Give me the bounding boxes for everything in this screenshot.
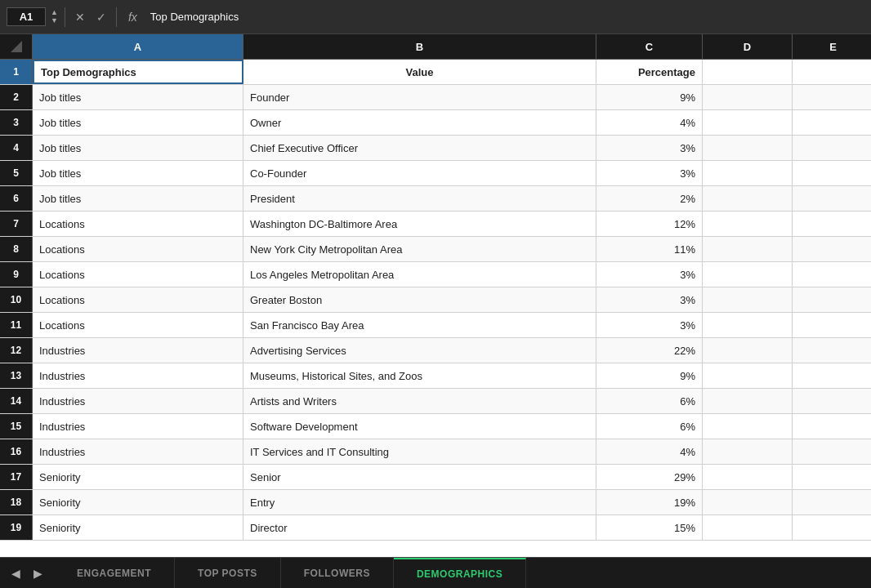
cell-e7[interactable] <box>793 212 871 236</box>
cell-a6[interactable]: Job titles <box>33 186 243 211</box>
cell-a16[interactable]: Industries <box>33 439 243 464</box>
cell-b18[interactable]: Entry <box>243 490 596 514</box>
cell-e11[interactable] <box>793 313 871 337</box>
cell-c15[interactable]: 6% <box>596 414 703 439</box>
arrow-up-icon[interactable]: ▲ <box>51 9 58 16</box>
cell-b17[interactable]: Senior <box>243 465 596 489</box>
cell-e12[interactable] <box>793 338 871 363</box>
cell-b2[interactable]: Founder <box>243 85 596 109</box>
cell-d9[interactable] <box>703 262 793 287</box>
cell-a9[interactable]: Locations <box>33 262 243 287</box>
cell-a15[interactable]: Industries <box>33 414 243 439</box>
cell-d2[interactable] <box>703 85 793 109</box>
arrow-down-icon[interactable]: ▼ <box>51 17 58 24</box>
cell-a10[interactable]: Locations <box>33 287 243 312</box>
cell-b9[interactable]: Los Angeles Metropolitan Area <box>243 262 596 287</box>
tab-top-posts[interactable]: TOP POSTS <box>175 558 281 589</box>
cell-e10[interactable] <box>793 287 871 312</box>
cell-b13[interactable]: Museums, Historical Sites, and Zoos <box>243 363 596 388</box>
cell-b5[interactable]: Co-Founder <box>243 161 596 185</box>
cell-d4[interactable] <box>703 136 793 160</box>
cell-b19[interactable]: Director <box>243 515 596 540</box>
cell-e16[interactable] <box>793 439 871 464</box>
cell-e17[interactable] <box>793 465 871 489</box>
corner-cell[interactable] <box>0 34 33 59</box>
cell-d7[interactable] <box>703 212 793 236</box>
cell-d19[interactable] <box>703 515 793 540</box>
col-header-a[interactable]: A <box>33 34 243 59</box>
cell-c13[interactable]: 9% <box>596 363 703 388</box>
col-header-b[interactable]: B <box>243 34 596 59</box>
cell-d13[interactable] <box>703 363 793 388</box>
cell-c5[interactable]: 3% <box>596 161 703 185</box>
cell-b14[interactable]: Artists and Writers <box>243 389 596 413</box>
cell-a8[interactable]: Locations <box>33 237 243 261</box>
cell-b12[interactable]: Advertising Services <box>243 338 596 363</box>
cell-c12[interactable]: 22% <box>596 338 703 363</box>
cell-c18[interactable]: 19% <box>596 490 703 514</box>
cell-reference[interactable]: A1 <box>7 7 46 26</box>
cell-a19[interactable]: Seniority <box>33 515 243 540</box>
cell-a2[interactable]: Job titles <box>33 85 243 109</box>
cell-b10[interactable]: Greater Boston <box>243 287 596 312</box>
cell-c4[interactable]: 3% <box>596 136 703 160</box>
cell-c7[interactable]: 12% <box>596 212 703 236</box>
cell-a4[interactable]: Job titles <box>33 136 243 160</box>
cell-a12[interactable]: Industries <box>33 338 243 363</box>
cell-e18[interactable] <box>793 490 871 514</box>
cell-a13[interactable]: Industries <box>33 363 243 388</box>
cell-c16[interactable]: 4% <box>596 439 703 464</box>
cell-c11[interactable]: 3% <box>596 313 703 337</box>
cell-e2[interactable] <box>793 85 871 109</box>
cell-b16[interactable]: IT Services and IT Consulting <box>243 439 596 464</box>
cell-d12[interactable] <box>703 338 793 363</box>
cell-d6[interactable] <box>703 186 793 211</box>
cell-e13[interactable] <box>793 363 871 388</box>
cell-d16[interactable] <box>703 439 793 464</box>
tab-followers[interactable]: FOLLOWERS <box>281 558 394 589</box>
cell-c14[interactable]: 6% <box>596 389 703 413</box>
cell-e8[interactable] <box>793 237 871 261</box>
cell-b1[interactable]: Value <box>243 60 596 84</box>
cell-e19[interactable] <box>793 515 871 540</box>
cell-c3[interactable]: 4% <box>596 110 703 135</box>
cell-ref-arrows[interactable]: ▲ ▼ <box>51 9 58 24</box>
cell-d17[interactable] <box>703 465 793 489</box>
col-header-d[interactable]: D <box>703 34 793 59</box>
cell-e14[interactable] <box>793 389 871 413</box>
cell-d10[interactable] <box>703 287 793 312</box>
cell-d1[interactable] <box>703 60 793 84</box>
cell-c10[interactable]: 3% <box>596 287 703 312</box>
cell-b11[interactable]: San Francisco Bay Area <box>243 313 596 337</box>
cell-c2[interactable]: 9% <box>596 85 703 109</box>
cell-a14[interactable]: Industries <box>33 389 243 413</box>
cell-e15[interactable] <box>793 414 871 439</box>
cell-c17[interactable]: 29% <box>596 465 703 489</box>
cell-a5[interactable]: Job titles <box>33 161 243 185</box>
col-header-e[interactable]: E <box>793 34 871 59</box>
cell-e9[interactable] <box>793 262 871 287</box>
cell-d5[interactable] <box>703 161 793 185</box>
cell-a3[interactable]: Job titles <box>33 110 243 135</box>
cell-e6[interactable] <box>793 186 871 211</box>
cell-c19[interactable]: 15% <box>596 515 703 540</box>
cell-d11[interactable] <box>703 313 793 337</box>
cell-e1[interactable] <box>793 60 871 84</box>
cell-d3[interactable] <box>703 110 793 135</box>
cell-d8[interactable] <box>703 237 793 261</box>
cell-e4[interactable] <box>793 136 871 160</box>
cell-a1[interactable]: Top Demographics <box>33 60 243 84</box>
cell-a7[interactable]: Locations <box>33 212 243 236</box>
cell-e5[interactable] <box>793 161 871 185</box>
cell-d14[interactable] <box>703 389 793 413</box>
cell-a18[interactable]: Seniority <box>33 490 243 514</box>
formula-content[interactable]: Top Demographics <box>147 11 864 23</box>
cell-d15[interactable] <box>703 414 793 439</box>
col-header-c[interactable]: C <box>596 34 703 59</box>
tab-next-icon[interactable]: ▶ <box>29 564 47 583</box>
cell-e3[interactable] <box>793 110 871 135</box>
tab-demographics[interactable]: DEMOGRAPHICS <box>394 558 526 589</box>
cell-b15[interactable]: Software Development <box>243 414 596 439</box>
cancel-icon[interactable]: ✕ <box>72 11 88 24</box>
cell-b6[interactable]: President <box>243 186 596 211</box>
